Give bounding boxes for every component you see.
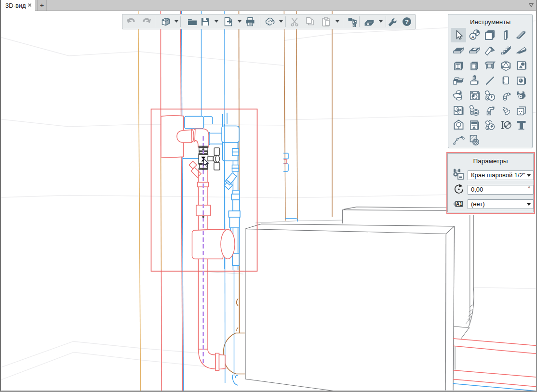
svg-text:A: A [471,34,474,39]
svg-text:A1: A1 [456,201,462,207]
svg-text:?: ? [405,18,409,26]
